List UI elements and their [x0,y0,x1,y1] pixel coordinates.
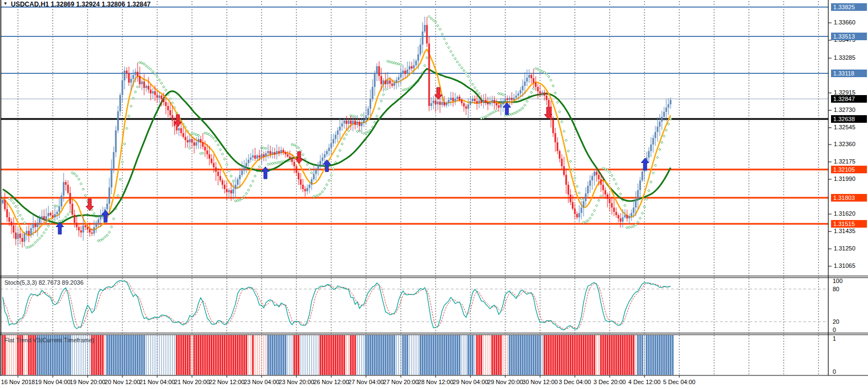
stochastic-name: Stoch(5,3,3) [4,279,37,286]
price-tick-label: 1.33660 [834,19,855,26]
price-badge[interactable]: 1.33513 [831,33,867,40]
stoch-axis-label: 80 [833,286,839,292]
price-tick-label: 1.31065 [834,262,855,269]
time-axis-label: 28 Nov 12:00 [418,379,453,385]
price-badge[interactable]: 1.32847 [831,95,867,103]
flat-trend-axis-label: 1 [833,335,836,342]
time-axis-label: 29 Nov 20:00 [487,379,523,385]
time-axis-label: 22 Nov 12:00 [209,379,244,385]
stoch-axis-label: 20 [833,318,839,325]
time-axis-label: 27 Nov 04:00 [348,379,383,385]
buy-arrow-icon [262,167,269,179]
stoch-main-line [3,280,671,330]
price-tick-label: 1.32730 [834,106,855,113]
stochastic-values: 82.7673 89.2036 [39,279,84,286]
time-axis-label: 19 Nov 20:00 [70,379,105,385]
price-badge[interactable]: 1.31515 [831,220,867,228]
time-axis-label: 26 Nov 12:00 [313,379,349,385]
chart-window: ▼ USDCAD,H1 1.32869 1.32924 1.32806 1.32… [0,0,868,389]
price-tick-label: 1.31435 [834,228,855,234]
stochastic-label: Stoch(5,3,3) 82.7673 89.2036 [4,279,84,286]
price-tick-label: 1.31620 [834,210,855,217]
time-axis-label: 29 Nov 04:00 [452,379,488,385]
flat-trend-label: Flat Trend V3(Current Timeframe) [4,337,94,343]
flat-trend-histogram [2,335,674,375]
time-axis-label: 16 Nov 2018 [1,379,35,385]
chart-canvas[interactable] [0,0,868,389]
time-axis-label: 3 Dec 04:00 [559,379,591,385]
flat-trend-axis-label: 0 [833,368,836,375]
price-tick-label: 1.33285 [834,54,855,61]
price-tick-label: 1.32360 [834,141,855,147]
chart-menu-icon[interactable]: ▼ [3,1,8,6]
price-tick-label: 1.32175 [834,158,855,165]
panel-borders [0,0,868,378]
time-axis-label: 30 Nov 12:00 [522,379,557,385]
stoch-axis-label: 0 [833,327,836,333]
time-axis-label: 23 Nov 04:00 [244,379,279,385]
time-axis-label: 5 Dec 04:00 [663,379,695,385]
time-axis-label: 21 Nov 20:00 [174,379,209,385]
time-axis-label: 20 Nov 12:00 [104,379,140,385]
price-tick-label: 1.31990 [834,175,855,182]
time-axis-label: 21 Nov 04:00 [139,379,175,385]
price-tick-label: 1.32545 [834,124,855,130]
price-badge[interactable]: 1.31803 [831,194,867,202]
time-axis-label: 3 Dec 20:00 [593,379,625,385]
price-badge[interactable]: 1.32105 [831,166,867,173]
candlestick-series [2,16,672,247]
price-tick-label: 1.31250 [834,245,855,252]
time-axis-label: 27 Nov 20:00 [383,379,418,385]
price-badge[interactable]: 1.33825 [831,3,867,11]
chart-title: USDCAD,H1 1.32869 1.32924 1.32806 1.3284… [11,1,151,8]
price-badge[interactable]: 1.33118 [831,70,867,77]
time-axis-label: 4 Dec 12:00 [628,379,660,385]
price-badge[interactable]: 1.32638 [831,115,867,123]
stoch-axis-label: 100 [833,278,842,284]
time-axis-label: 19 Nov 04:00 [35,379,70,385]
time-axis-label: 23 Nov 20:00 [278,379,314,385]
